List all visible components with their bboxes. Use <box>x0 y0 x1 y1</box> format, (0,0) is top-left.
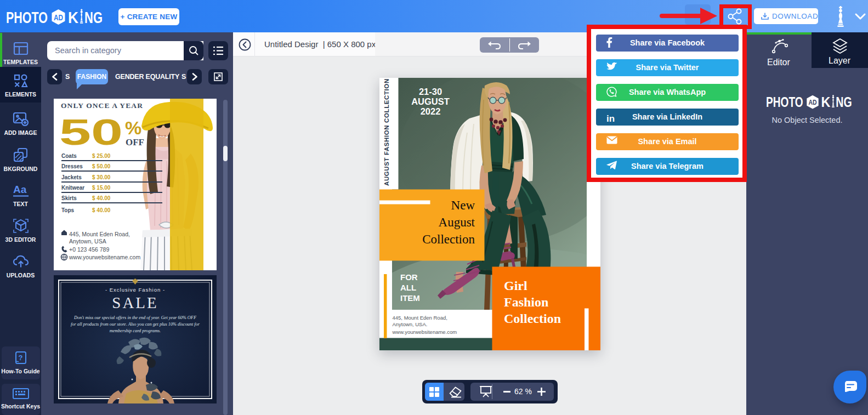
svg-text:FOR: FOR <box>400 272 418 282</box>
svg-text:August: August <box>439 215 475 229</box>
svg-text:- Exclusive Fashion -: - Exclusive Fashion - <box>105 287 165 293</box>
svg-text:AUGUST: AUGUST <box>411 96 450 106</box>
svg-text:Knitwear: Knitwear <box>61 185 84 191</box>
svg-text:AUGUST FASHION COLLECTION: AUGUST FASHION COLLECTION <box>383 78 390 186</box>
svg-text:$ 40.00: $ 40.00 <box>92 207 111 213</box>
svg-text:$ 50.00: $ 50.00 <box>92 163 111 169</box>
svg-text:K: K <box>821 94 831 110</box>
svg-text:Tops: Tops <box>61 207 75 213</box>
svg-text:%: % <box>125 117 141 138</box>
svg-text:445, Mount Eden Road,: 445, Mount Eden Road, <box>69 231 130 237</box>
svg-text:SALE: SALE <box>112 294 158 311</box>
svg-text:445, Mount Eden Road,: 445, Mount Eden Road, <box>393 315 447 321</box>
svg-text:PHOTO: PHOTO <box>6 9 48 26</box>
svg-text:Skirts: Skirts <box>61 195 77 201</box>
svg-text:OFF: OFF <box>126 137 144 147</box>
svg-text:Coats: Coats <box>61 153 77 159</box>
svg-text:Anytown, USA.: Anytown, USA. <box>393 321 428 327</box>
svg-text:Girl: Girl <box>504 278 527 293</box>
svg-text:Don't miss our special offers: Don't miss our special offers in the end… <box>73 315 197 320</box>
svg-text:www.yourwebsitename.com: www.yourwebsitename.com <box>69 254 140 260</box>
svg-text:2022: 2022 <box>421 106 441 116</box>
svg-text:Dresses: Dresses <box>61 163 83 169</box>
svg-text:+0 123 456 789: +0 123 456 789 <box>69 246 109 253</box>
svg-text:membership card programs.: membership card programs. <box>110 328 161 333</box>
svg-text:$ 40.00: $ 40.00 <box>92 195 111 201</box>
svg-text:21-30: 21-30 <box>419 87 442 96</box>
svg-text:New: New <box>451 198 475 212</box>
svg-text:$ 30.00: $ 30.00 <box>92 174 111 180</box>
svg-text:?: ? <box>18 354 22 362</box>
svg-text:ONLY ONCE A YEAR: ONLY ONCE A YEAR <box>61 102 143 110</box>
svg-text:www.yourwebsitename.com: www.yourwebsitename.com <box>392 329 457 335</box>
svg-text:Collection: Collection <box>422 232 475 246</box>
svg-text:PHOTO: PHOTO <box>766 94 803 110</box>
svg-text:Anytown, USA: Anytown, USA <box>69 238 106 245</box>
svg-text:NG: NG <box>84 9 103 26</box>
svg-text:Jackets: Jackets <box>61 174 82 180</box>
svg-text:ALL: ALL <box>400 283 416 292</box>
svg-text:ITEM: ITEM <box>400 293 420 303</box>
svg-text:$ 25.00: $ 25.00 <box>92 153 111 159</box>
svg-text:Fashion: Fashion <box>504 295 548 309</box>
svg-text:$ 15.00: $ 15.00 <box>92 185 111 191</box>
svg-text:Collection: Collection <box>504 311 561 326</box>
svg-text:for all products from our stor: for all products from our store. Also yo… <box>71 322 200 327</box>
svg-text:NG: NG <box>836 94 852 110</box>
svg-text:K: K <box>68 9 78 26</box>
svg-text:AD: AD <box>808 99 816 106</box>
svg-text:Aa: Aa <box>13 184 27 195</box>
svg-text:50: 50 <box>59 111 123 152</box>
svg-text:AD: AD <box>54 13 63 22</box>
